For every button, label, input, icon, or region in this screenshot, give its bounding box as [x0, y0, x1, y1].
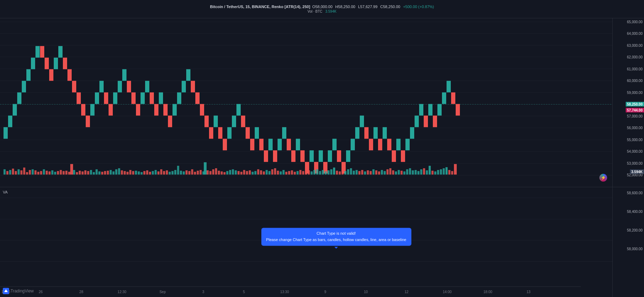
svg-rect-224: [308, 170, 310, 175]
svg-rect-226: [313, 170, 316, 175]
svg-rect-172: [160, 169, 162, 175]
svg-rect-52: [173, 104, 177, 115]
svg-rect-122: [23, 168, 25, 175]
chart-container: Bitcoin / TetherUS, 15, BINANCE, Renko […: [0, 0, 644, 297]
svg-rect-76: [282, 127, 286, 139]
svg-rect-69: [250, 139, 254, 150]
svg-rect-160: [126, 172, 129, 175]
time-axis-label: 9: [324, 290, 326, 294]
svg-rect-153: [107, 171, 109, 175]
svg-rect-219: [294, 172, 296, 175]
svg-rect-101: [396, 139, 401, 150]
svg-rect-105: [415, 115, 419, 127]
svg-rect-188: [207, 170, 209, 175]
va-panel: VA Chart Type is not valid! Please chang…: [0, 187, 612, 286]
svg-rect-221: [299, 170, 301, 175]
svg-rect-88: [337, 150, 341, 162]
svg-rect-268: [431, 171, 434, 175]
price-panel[interactable]: ⚡: [0, 18, 612, 187]
svg-rect-40: [118, 81, 122, 93]
svg-rect-114: [456, 104, 460, 115]
svg-rect-259: [406, 169, 408, 175]
lightning-icon[interactable]: ⚡: [599, 174, 607, 182]
svg-rect-261: [412, 170, 414, 175]
svg-rect-166: [143, 171, 145, 175]
svg-rect-146: [87, 171, 89, 175]
svg-rect-18: [17, 93, 21, 104]
svg-rect-55: [186, 69, 190, 81]
svg-rect-165: [141, 172, 143, 175]
y-axis: 65,000.0064,000.0063,000.0062,000.0061,0…: [612, 18, 644, 297]
va-axis-label: 58,200.00: [627, 228, 643, 232]
svg-rect-48: [154, 104, 158, 115]
svg-rect-253: [389, 168, 391, 175]
svg-rect-242: [358, 171, 360, 175]
svg-rect-139: [65, 171, 67, 175]
svg-rect-53: [177, 93, 181, 104]
svg-rect-191: [215, 168, 217, 175]
svg-rect-45: [141, 93, 145, 104]
svg-rect-276: [454, 164, 457, 175]
svg-rect-109: [433, 115, 437, 127]
svg-rect-144: [82, 171, 84, 175]
svg-rect-177: [174, 170, 176, 175]
svg-rect-93: [360, 115, 364, 127]
svg-rect-134: [51, 170, 53, 175]
time-axis-label: 10: [364, 290, 368, 294]
tooltip-line1: Chart Type is not valid!: [266, 230, 406, 237]
time-axis-label: 12:30: [118, 290, 126, 294]
svg-rect-60: [209, 127, 213, 139]
svg-rect-274: [448, 170, 450, 175]
svg-rect-57: [195, 93, 200, 104]
svg-rect-158: [121, 170, 123, 175]
svg-rect-91: [351, 139, 355, 150]
y-axis-va: 58,600.0058,400.0058,200.0058,000.00: [613, 187, 644, 297]
svg-rect-256: [398, 170, 400, 175]
svg-rect-49: [159, 93, 163, 104]
high-value: H58,250.00: [335, 5, 355, 9]
pair-name: TetherUS: [226, 5, 243, 9]
svg-rect-267: [429, 166, 431, 175]
price-highlight-vol: 3.594K: [630, 169, 644, 174]
svg-rect-216: [285, 172, 287, 175]
y-axis-price: 65,000.0064,000.0063,000.0062,000.0061,0…: [613, 18, 644, 187]
svg-rect-275: [451, 171, 453, 175]
svg-rect-44: [136, 104, 140, 115]
svg-rect-135: [54, 172, 56, 175]
time-axis-label: 13: [527, 290, 531, 294]
chart-panels: ⚡ VA Chart Type is not valid! Please cha…: [0, 18, 612, 297]
svg-rect-124: [29, 170, 31, 175]
svg-rect-23: [40, 46, 44, 58]
svg-rect-230: [325, 171, 327, 175]
svg-rect-255: [395, 171, 397, 175]
svg-rect-156: [115, 169, 117, 175]
svg-rect-84: [319, 150, 323, 162]
price-axis-label: 56,000.00: [627, 126, 643, 130]
svg-rect-64: [227, 127, 232, 139]
svg-rect-179: [180, 171, 182, 175]
svg-rect-148: [93, 172, 95, 175]
svg-rect-107: [424, 115, 428, 127]
svg-rect-25: [49, 69, 53, 81]
svg-rect-198: [235, 170, 237, 175]
svg-rect-204: [252, 172, 254, 175]
svg-rect-209: [266, 170, 268, 175]
svg-rect-90: [346, 150, 350, 162]
svg-rect-138: [63, 171, 65, 175]
svg-rect-51: [168, 115, 172, 127]
price-axis-label: 62,000.00: [627, 55, 643, 59]
svg-rect-94: [364, 127, 369, 139]
svg-rect-192: [218, 171, 220, 175]
svg-rect-65: [232, 115, 236, 127]
svg-rect-232: [330, 169, 332, 175]
svg-rect-97: [378, 139, 382, 150]
svg-rect-31: [77, 93, 81, 104]
svg-rect-17: [13, 104, 17, 115]
time-axis: 15:00262812:30Sep3513:309101214:0018:001…: [0, 286, 581, 297]
svg-rect-15: [4, 127, 8, 139]
svg-rect-247: [372, 169, 375, 175]
svg-rect-79: [296, 139, 300, 150]
svg-rect-269: [434, 171, 436, 175]
svg-rect-125: [32, 169, 34, 175]
svg-rect-98: [383, 127, 387, 139]
